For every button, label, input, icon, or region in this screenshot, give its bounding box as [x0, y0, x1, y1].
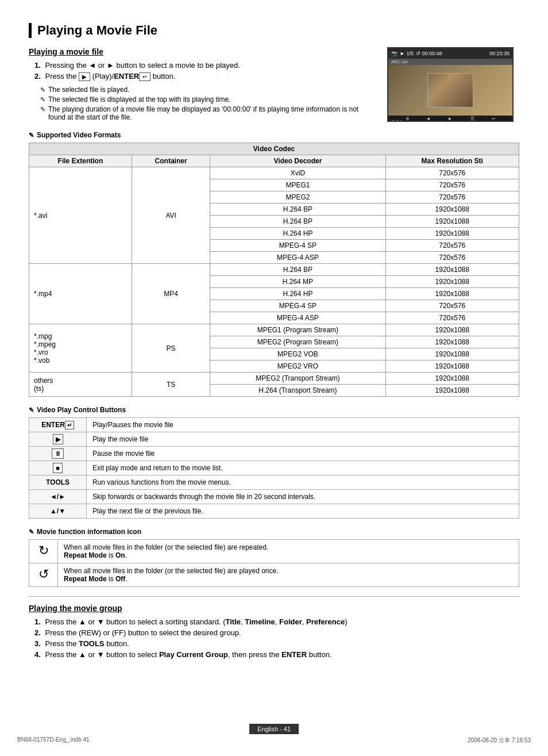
note-pencil-icon-1: ✎: [40, 86, 45, 94]
function-pencil-icon: ✎: [29, 528, 34, 536]
note-1: ✎ The selected file is played.: [40, 86, 376, 94]
play-btn-icon: ▶: [79, 72, 90, 81]
col-res: Max Resolution Sti: [385, 155, 519, 167]
controls-table: ENTER↵Play/Pauses the movie file▶Play th…: [29, 417, 519, 519]
section2-step-2: 2. Press the (REW) or (FF) button to sel…: [34, 628, 519, 637]
screen-time2: 00:23:35: [489, 51, 510, 56]
movie-function-section: ✎ Movie function information icon ↻When …: [29, 528, 519, 587]
footer-date: 2008-08-20 오후 7:18:53: [468, 736, 531, 745]
func-table: ↻When all movie files in the folder (or …: [29, 539, 519, 587]
section2-steps: 1. Press the ▲ or ▼ button to select a s…: [34, 617, 519, 659]
enter-icon: ↵: [139, 72, 150, 81]
section2-step-1: 1. Press the ▲ or ▼ button to select a s…: [34, 617, 519, 626]
codec-header: Video Codec: [29, 143, 519, 155]
step-1-num: 1.: [34, 61, 41, 70]
step-1: 1. Pressing the ◄ or ► button to select …: [34, 61, 376, 70]
divider: [29, 596, 519, 597]
movie-function-header: ✎ Movie function information icon: [29, 528, 519, 536]
s2-step-num: 4.: [34, 650, 41, 659]
video-controls-section: ✎ Video Play Control Buttons ENTER↵Play/…: [29, 406, 519, 519]
video-controls-header: ✎ Video Play Control Buttons: [29, 406, 519, 414]
screen-filename: ABC.avi: [388, 59, 512, 65]
note-1-text: The selected file is played.: [48, 86, 129, 94]
codec-table: Video Codec File Extention Container Vid…: [29, 143, 519, 397]
screen-preview: 📷 ► 1/5 ↺ 00:00:48 00:23:35 ABC.avi SUM …: [387, 47, 519, 122]
footer-meta: BN68-01757D-Eng_.indb 41 2008-08-20 오후 7…: [0, 736, 548, 745]
footer: English - 41 BN68-01757D-Eng_.indb 41 20…: [0, 724, 548, 745]
screen-mockup: 📷 ► 1/5 ↺ 00:00:48 00:23:35 ABC.avi SUM …: [387, 47, 514, 122]
screen-icon: 📷: [391, 51, 398, 56]
note-pencil-icon-2: ✎: [40, 96, 45, 103]
supported-formats-section: ✎ Supported Video Formats Video Codec Fi…: [29, 131, 519, 397]
note-2: ✎ The selected file is displayed at the …: [40, 95, 376, 103]
col-decoder: Video Decoder: [210, 155, 385, 167]
step-1-text: Pressing the ◄ or ► button to select a m…: [45, 61, 240, 70]
screen-time1: ↺ 00:00:48: [416, 51, 442, 56]
s2-step-num: 3.: [34, 639, 41, 648]
footer-badge: English - 41: [249, 724, 299, 734]
note-3: ✎ The playing duration of a movie file m…: [40, 105, 376, 121]
screen-pause: ⏸ Pause: [405, 116, 423, 122]
note-pencil-icon-3: ✎: [40, 106, 45, 113]
screen-fwd: ► +20sec: [447, 116, 467, 122]
supported-pencil-icon: ✎: [29, 132, 34, 139]
video-controls-title: Video Play Control Buttons: [37, 406, 126, 414]
screen-progress: ► 1/5: [400, 51, 414, 56]
note-3-text: The playing duration of a movie file may…: [48, 105, 376, 121]
s2-step-num: 2.: [34, 628, 41, 637]
screen-return: ↩ Return: [492, 116, 510, 122]
screen-image: [388, 65, 512, 116]
footer-file: BN68-01757D-Eng_.indb 41: [17, 736, 90, 745]
page: Playing a Movie File Playing a movie fil…: [0, 0, 548, 756]
step-2: 2. Press the ▶ (Play)/ENTER↵ button.: [34, 72, 376, 81]
screen-thumbnail: [427, 73, 473, 108]
screen-option: ☰ Option: [470, 116, 488, 122]
step-2-text: Press the ▶ (Play)/ENTER↵ button.: [45, 72, 175, 80]
col-container: Container: [132, 155, 210, 167]
page-title: Playing a Movie File: [29, 23, 519, 38]
screen-sum: SUM: [391, 119, 402, 122]
section-left: Playing a movie file 1. Pressing the ◄ o…: [29, 47, 376, 123]
section-playing-movie: Playing a movie file 1. Pressing the ◄ o…: [29, 47, 519, 123]
screen-back: ◄ -20sec: [426, 116, 445, 122]
steps-list: 1. Pressing the ◄ or ► button to select …: [34, 61, 376, 81]
controls-pencil-icon: ✎: [29, 406, 34, 414]
section2-step-4: 4. Press the ▲ or ▼ button to select Pla…: [34, 650, 519, 659]
supported-formats-header: ✎ Supported Video Formats: [29, 131, 519, 139]
screen-topbar: 📷 ► 1/5 ↺ 00:00:48 00:23:35: [388, 48, 512, 59]
section2-title: Playing the movie group: [29, 604, 519, 613]
col-ext: File Extention: [29, 155, 132, 167]
step-2-num: 2.: [34, 72, 41, 80]
movie-function-title: Movie function information icon: [37, 528, 141, 536]
section2-step-3: 3. Press the TOOLS button.: [34, 639, 519, 648]
section2: Playing the movie group 1. Press the ▲ o…: [29, 604, 519, 659]
s2-step-num: 1.: [34, 617, 41, 626]
supported-formats-title: Supported Video Formats: [37, 131, 121, 139]
section1-title: Playing a movie file: [29, 47, 376, 56]
screen-bottombar: SUM ⏸ Pause ◄ -20sec ► +20sec ☰ Option ↩…: [388, 116, 512, 122]
note-2-text: The selected file is displayed at the to…: [48, 95, 231, 103]
